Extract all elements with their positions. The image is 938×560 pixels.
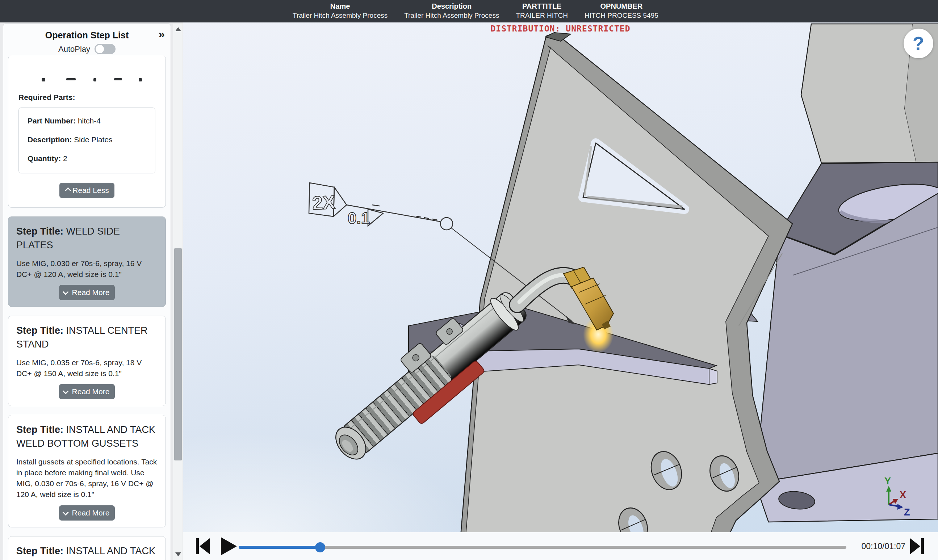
part-description-row: Description: Side Plates [28, 135, 146, 144]
time-display: 00:10/01:07 [831, 542, 906, 551]
step-title-label: Step Title: [16, 325, 63, 336]
weld-size-label: 0.1 [348, 209, 370, 227]
slider-thumb[interactable] [315, 542, 325, 552]
chevron-down-icon [62, 388, 68, 394]
step-title-label: Step Title: [16, 424, 63, 435]
slider-fill [239, 546, 320, 549]
play-button[interactable] [220, 537, 237, 555]
part-description-value: Side Plates [74, 135, 112, 144]
read-less-button[interactable]: Read Less [59, 183, 114, 198]
cad-scene[interactable]: 2X 0.1 Y X Z [183, 22, 938, 532]
autoplay-toggle[interactable] [94, 44, 116, 54]
fillet-weld-symbol [368, 209, 383, 226]
meta-parttitle-value: TRAILER HITCH [516, 11, 568, 21]
meta-description: Description Trailer Hitch Assembly Proce… [404, 2, 499, 21]
meta-parttitle: PARTTITLE TRAILER HITCH [516, 2, 568, 21]
step-title-label: Step Title: [16, 546, 63, 556]
step-card-weld-side-plates[interactable]: Step Title: WELD SIDE PLATES Use MIG, 0.… [8, 217, 166, 307]
step-card-side-gussets[interactable]: Step Title: INSTALL AND TACK WELD SIDE G… [8, 536, 166, 560]
viewer-3d[interactable]: 2X 0.1 Y X Z DISTRIBUTION: UNRESTRICTED … [183, 22, 938, 560]
axis-x-label: X [899, 489, 906, 500]
weld-quantity-label: 2X [312, 191, 336, 214]
read-more-button[interactable]: Read More [59, 384, 115, 399]
distribution-notice: DISTRIBUTION: UNRESTRICTED [183, 24, 938, 33]
divider [18, 87, 156, 87]
part-number-value: hitch-4 [78, 117, 101, 125]
step-body-text: Use MIG, 0.035 er 70s-6, spray, 18 V DC+… [16, 357, 157, 379]
playback-bar: 00:10/01:07 [183, 532, 938, 560]
clipped-text-fragment [19, 77, 155, 82]
meta-opnumber-label: OPNUMBER [601, 2, 643, 11]
step-body-text: Install gussets at specified locations. … [16, 457, 157, 500]
scrollbar-thumb[interactable] [174, 248, 182, 460]
step-list: Required Parts: Part Number: hitch-4 Des… [3, 56, 171, 560]
skip-to-start-button[interactable] [196, 538, 210, 554]
sidebar-scrollbar[interactable] [173, 23, 183, 560]
panel-header: Operation Step List » AutoPlay [3, 24, 171, 55]
scroll-up-arrow-icon[interactable] [175, 27, 181, 31]
axis-z-label: Z [904, 507, 910, 518]
current-step-card[interactable]: Required Parts: Part Number: hitch-4 Des… [8, 55, 166, 208]
top-header-bar: Name Trailer Hitch Assembly Process Desc… [0, 0, 938, 22]
meta-opnumber-value: HITCH PROCESS 5495 [585, 11, 658, 21]
meta-name-label: Name [330, 2, 350, 11]
chevron-up-icon [65, 188, 71, 194]
meta-opnumber: OPNUMBER HITCH PROCESS 5495 [585, 2, 658, 21]
operation-step-panel: Operation Step List » AutoPlay Required … [3, 23, 171, 560]
required-parts-heading: Required Parts: [18, 93, 156, 102]
step-card-bottom-gussets[interactable]: Step Title: INSTALL AND TACK WELD BOTTOM… [8, 415, 166, 528]
process-meta: Name Trailer Hitch Assembly Process Desc… [293, 2, 658, 21]
side-plate-model [461, 32, 792, 532]
meta-description-value: Trailer Hitch Assembly Process [404, 11, 499, 21]
weld-balloon [441, 218, 453, 230]
part-quantity-value: 2 [63, 154, 67, 163]
part-number-label: Part Number: [28, 117, 76, 125]
meta-name: Name Trailer Hitch Assembly Process [293, 2, 388, 21]
scroll-down-arrow-icon[interactable] [175, 552, 181, 556]
axis-y-label: Y [884, 475, 891, 486]
chevron-down-icon [62, 289, 68, 295]
part-quantity-label: Quantity: [28, 154, 61, 163]
chevron-down-icon [62, 509, 68, 515]
read-more-button[interactable]: Read More [59, 285, 115, 300]
app-window: Name Trailer Hitch Assembly Process Desc… [0, 0, 938, 560]
help-button[interactable]: ? [904, 29, 933, 58]
panel-title: Operation Step List [3, 24, 171, 40]
toggle-knob [95, 45, 104, 53]
read-more-button[interactable]: Read More [59, 505, 115, 520]
part-info-box: Part Number: hitch-4 Description: Side P… [18, 108, 156, 173]
step-body-text: Use MIG, 0.030 er 70s-6, spray, 16 V DC+… [16, 258, 157, 280]
collapse-panel-icon[interactable]: » [158, 28, 165, 40]
meta-parttitle-label: PARTTITLE [522, 2, 562, 11]
step-card-install-center-stand[interactable]: Step Title: INSTALL CENTER STAND Use MIG… [8, 315, 166, 406]
skip-to-end-button[interactable] [910, 538, 925, 554]
part-number-row: Part Number: hitch-4 [28, 117, 146, 125]
step-title-label: Step Title: [16, 226, 63, 237]
part-description-label: Description: [28, 135, 72, 144]
progress-slider[interactable] [239, 546, 846, 549]
autoplay-label: AutoPlay [58, 45, 90, 54]
part-quantity-row: Quantity: 2 [28, 154, 146, 163]
meta-name-value: Trailer Hitch Assembly Process [293, 11, 388, 21]
meta-description-label: Description [432, 2, 471, 11]
